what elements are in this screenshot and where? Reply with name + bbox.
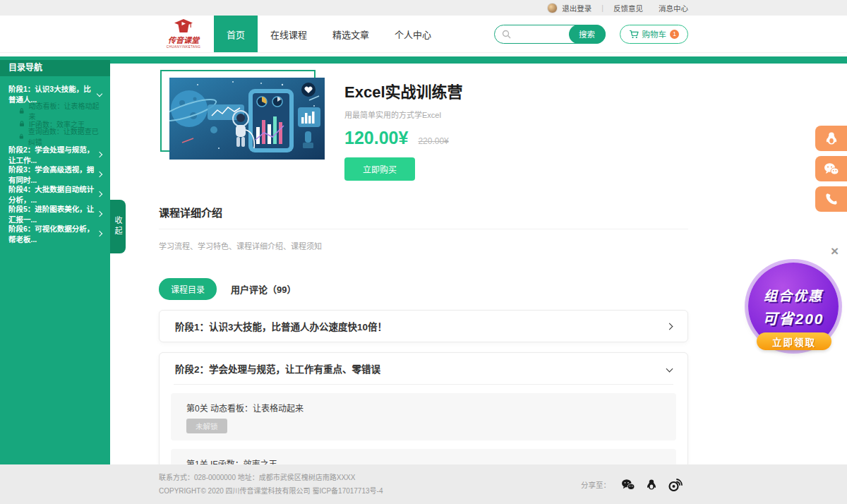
accordion-stage-1-header[interactable]: 阶段1：认识3大技能，比普通人办公速度快10倍！ — [160, 311, 687, 342]
lock-icon — [18, 107, 25, 114]
course-detail-section: 课程详细介绍 学习流程、学习特色、课程详细介绍、课程须知 — [159, 205, 688, 251]
logo-title: 传音课堂 — [168, 34, 199, 45]
search-icon — [502, 30, 511, 39]
chevron-right-icon — [97, 152, 102, 157]
page-accent-band — [0, 56, 847, 64]
lesson-lock-status: 未解锁 — [186, 419, 227, 433]
nav-menu: 首页 在线课程 精选文章 个人中心 — [214, 16, 444, 52]
buy-now-button[interactable]: 立即购买 — [344, 157, 415, 181]
wechat-icon — [824, 162, 839, 176]
lesson-title: 第0关 动态看板：让表格动起来 — [186, 402, 661, 414]
feedback-link[interactable]: 反馈意见 — [613, 3, 643, 13]
sidebar-stage-label: 阶段3：学会高级透视，拥有同时... — [8, 164, 97, 185]
main-navbar: 传音课堂 CHUANYINKETANG 首页 在线课程 精选文章 个人中心 搜索… — [0, 16, 847, 53]
promo-line-1: 组合优惠 — [764, 285, 823, 304]
footer-info: 联系方式：028-0000000 地址：成都市武侯区槐树店南路XXXX COPY… — [159, 471, 383, 498]
avatar[interactable] — [547, 3, 558, 13]
divider — [174, 384, 673, 385]
sidebar-stage-2[interactable]: 阶段2：学会处理与规范，让工作... — [0, 147, 110, 162]
course-price: 120.00¥ — [344, 128, 408, 148]
logo-subtitle: CHUANYINKETANG — [167, 45, 201, 49]
chevron-right-icon — [97, 172, 102, 177]
nav-right: 搜索 购物车 1 — [494, 16, 689, 52]
nav-item-courses[interactable]: 在线课程 — [258, 16, 320, 52]
nav-item-profile[interactable]: 个人中心 — [382, 16, 444, 52]
cart-badge: 1 — [670, 30, 679, 39]
wechat-contact-button[interactable] — [815, 156, 847, 181]
sidebar-stage-6[interactable]: 阶段6：可视化数据分析，帮老板... — [0, 226, 110, 241]
top-utility-bar: 退出登录 | 反馈意见 消息中心 — [0, 0, 847, 16]
nav-item-home[interactable]: 首页 — [214, 16, 258, 52]
chevron-right-icon — [666, 323, 673, 330]
detail-summary: 学习流程、学习特色、课程详细介绍、课程须知 — [159, 240, 688, 251]
chevron-right-icon — [97, 211, 102, 217]
qq-contact-button[interactable] — [815, 126, 847, 151]
logo[interactable]: 传音课堂 CHUANYINKETANG — [159, 16, 208, 52]
cart-label: 购物车 — [642, 28, 667, 40]
accordion-stage-2-label: 阶段2：学会处理与规范，让工作有重点、零错误 — [175, 361, 380, 376]
price-row: 120.00¥ 220.00¥ — [344, 128, 463, 148]
accordion-stage-2-header[interactable]: 阶段2：学会处理与规范，让工作有重点、零错误 — [160, 353, 687, 384]
tab-user-comments[interactable]: 用户评论（99） — [231, 282, 296, 296]
divider: | — [601, 4, 603, 12]
sidebar-stage-4[interactable]: 阶段4：大批数据自动统计分析，... — [0, 186, 110, 202]
lock-icon — [18, 133, 25, 140]
search-button[interactable]: 搜索 — [569, 25, 606, 44]
chevron-right-icon — [97, 191, 102, 197]
search-box: 搜索 — [494, 25, 606, 44]
chevron-down-icon — [666, 365, 673, 372]
phone-icon — [825, 193, 838, 205]
sidebar-stage-label: 阶段5：进阶图表美化，让汇报一... — [8, 203, 97, 224]
tabs: 课程目录 用户评论（99） — [159, 278, 688, 300]
sidebar-lesson-locked[interactable]: 动态看板：让表格动起来 — [0, 104, 110, 117]
detail-heading: 课程详细介绍 — [159, 205, 688, 229]
promo-close-icon[interactable]: × — [831, 244, 839, 258]
logo-cap-icon — [174, 19, 193, 33]
wechat-share-icon[interactable] — [621, 479, 635, 491]
sidebar-stage-label: 阶段6：可视化数据分析，帮老板... — [8, 223, 97, 244]
sidebar-lesson-locked[interactable]: 查询函数：让数据查已纠错 — [0, 130, 110, 143]
logout-link[interactable]: 退出登录 — [562, 3, 591, 13]
sidebar-title: 目录导航 — [0, 60, 110, 76]
sidebar-stage-label: 阶段2：学会处理与规范，让工作... — [8, 144, 97, 165]
course-title: Excel实战训练营 — [344, 79, 463, 102]
course-info: Excel实战训练营 用最简单实用的方式学Excel 120.00¥ 220.0… — [344, 69, 463, 181]
nav-item-articles[interactable]: 精选文章 — [320, 16, 382, 52]
weibo-share-icon[interactable] — [668, 478, 683, 491]
message-center-link[interactable]: 消息中心 — [659, 3, 688, 13]
contact-float-buttons — [815, 126, 847, 212]
sidebar-stage-3[interactable]: 阶段3：学会高级透视，拥有同时... — [0, 167, 110, 182]
catalog-sidebar: 目录导航 阶段1：认识3大技能，比普通人... 动态看板：让表格动起来 IF函数… — [0, 56, 110, 464]
cart-button[interactable]: 购物车 1 — [620, 25, 689, 44]
course-cover-image[interactable] — [169, 78, 325, 160]
accordion-stage-1: 阶段1：认识3大技能，比普通人办公速度快10倍！ — [159, 310, 688, 342]
footer-copyright: COPYRIGHT© 2020 四川传音课堂科技有限公司 蜀ICP备170177… — [159, 484, 383, 498]
share-label: 分享至： — [581, 479, 611, 490]
sidebar-stage-label: 阶段4：大批数据自动统计分析，... — [8, 184, 97, 205]
qq-share-icon[interactable] — [646, 478, 657, 491]
lesson-item[interactable]: 第0关 动态看板：让表格动起来 未解锁 — [171, 393, 676, 440]
promo-line-2: 可省200 — [762, 307, 824, 328]
footer-contact: 联系方式：028-0000000 地址：成都市武侯区槐树店南路XXXX — [159, 471, 383, 484]
phone-contact-button[interactable] — [815, 186, 847, 212]
course-subtitle: 用最简单实用的方式学Excel — [344, 109, 463, 120]
course-original-price: 220.00¥ — [418, 136, 448, 146]
course-hero: Excel实战训练营 用最简单实用的方式学Excel 120.00¥ 220.0… — [159, 69, 688, 181]
chevron-down-icon — [97, 91, 102, 97]
sidebar-stage-list: 阶段2：学会处理与规范，让工作... 阶段3：学会高级透视，拥有同时... 阶段… — [0, 147, 110, 241]
sidebar-locked-list: 动态看板：让表格动起来 IF函数：效率之王 查询函数：让数据查已纠错 — [0, 104, 110, 143]
sidebar-stage-1[interactable]: 阶段1：认识3大技能，比普通人... — [0, 86, 110, 102]
accordion-stage-1-label: 阶段1：认识3大技能，比普通人办公速度快10倍！ — [175, 319, 387, 333]
main-content: Excel实战训练营 用最简单实用的方式学Excel 120.00¥ 220.0… — [110, 64, 847, 504]
lock-icon — [18, 120, 25, 127]
sidebar-stage-5[interactable]: 阶段5：进阶图表美化，让汇报一... — [0, 206, 110, 222]
course-cover — [169, 78, 325, 160]
chevron-right-icon — [97, 231, 102, 236]
tab-course-catalog[interactable]: 课程目录 — [159, 278, 217, 300]
footer-share: 分享至： — [581, 478, 683, 491]
footer: 联系方式：028-0000000 地址：成都市武侯区槐树店南路XXXX COPY… — [0, 464, 847, 504]
promo-claim-button[interactable]: 立即领取 — [757, 332, 831, 350]
cart-icon — [629, 30, 639, 39]
qq-icon — [824, 131, 839, 145]
